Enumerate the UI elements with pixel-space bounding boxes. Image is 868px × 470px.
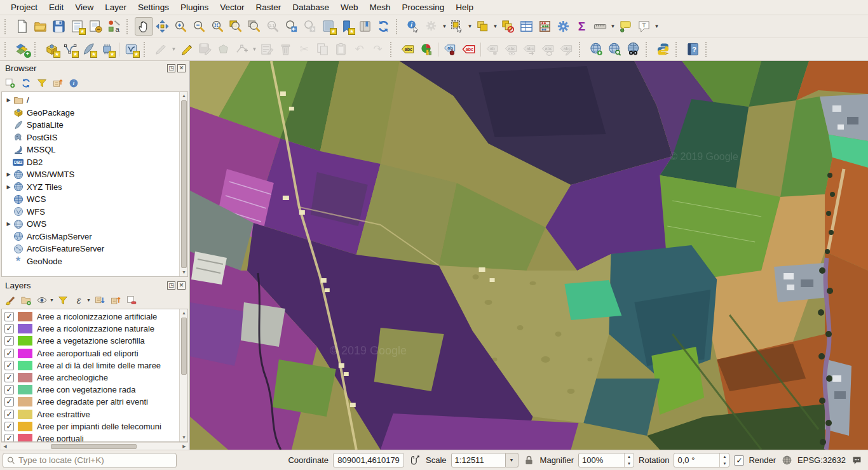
scale-dropdown-icon[interactable]: ▼ — [506, 453, 519, 467]
browser-item-spatialite[interactable]: SpatiaLite — [2, 119, 179, 131]
statistics-button[interactable]: Σ — [573, 17, 591, 36]
delete-selected-button[interactable] — [276, 40, 295, 58]
new-virtual-layer-button[interactable]: ★ — [98, 40, 116, 58]
pin-labels-button[interactable]: ab — [441, 40, 459, 58]
layer-checkbox[interactable]: ✓ — [4, 434, 14, 442]
layer-checkbox[interactable]: ✓ — [4, 397, 14, 406]
copy-features-button[interactable] — [313, 40, 332, 58]
new-print-layout-button[interactable]: ★ — [68, 17, 86, 36]
toolbar-handle[interactable] — [705, 42, 711, 57]
map-tips-button[interactable] — [616, 17, 635, 36]
menu-vector[interactable]: Vector — [214, 1, 250, 13]
scroll-thumb[interactable] — [181, 100, 187, 268]
spin-buttons[interactable]: ▲▼ — [624, 453, 634, 467]
properties-info-button[interactable]: i — [67, 76, 81, 90]
layers-scrollbar-horizontal[interactable]: ◀ ▶ — [1, 442, 188, 450]
layer-checkbox[interactable]: ✓ — [4, 422, 14, 431]
vertex-tool-button[interactable] — [233, 40, 251, 58]
measure-button[interactable] — [591, 17, 609, 36]
scroll-thumb[interactable] — [181, 318, 187, 375]
browser-item-geopackage[interactable]: GeoPackage — [2, 107, 179, 119]
menu-view[interactable]: View — [69, 1, 99, 13]
field-calculator-button[interactable] — [536, 17, 554, 36]
cut-features-button[interactable]: ✂ — [295, 40, 313, 58]
expander-icon[interactable]: ▶ — [4, 221, 13, 227]
rotation-spinbox[interactable]: 0,0 °▲▼ — [674, 453, 729, 467]
open-project-button[interactable] — [31, 17, 50, 36]
style-manager-button[interactable]: a — [105, 17, 123, 36]
scale-value[interactable]: 1:12511 — [451, 453, 506, 467]
filter-legend-button[interactable] — [56, 293, 70, 307]
change-label-button[interactable]: abc — [557, 40, 576, 58]
highlight-pinned-labels-button[interactable]: abc — [459, 40, 478, 58]
layer-row[interactable]: ✓Aree per impianti delle telecomuni — [2, 420, 179, 433]
crs-status[interactable]: EPSG:32632 — [797, 455, 846, 465]
browser-item-wcs[interactable]: WCS — [2, 193, 179, 206]
scroll-up-icon[interactable]: ▲ — [180, 309, 188, 317]
scroll-down-icon[interactable]: ▼ — [180, 269, 188, 276]
expander-icon[interactable]: ▶ — [4, 184, 13, 190]
modify-attributes-button[interactable] — [258, 40, 276, 58]
menu-layer[interactable]: Layer — [99, 1, 132, 13]
scale-combo[interactable]: 1:12511 ▼ — [451, 453, 519, 467]
menu-processing[interactable]: Processing — [397, 1, 451, 13]
menu-plugins[interactable]: Plugins — [175, 1, 214, 13]
browser-scrollbar[interactable]: ▲ ▼ — [179, 92, 187, 276]
show-bookmarks-button[interactable] — [356, 17, 374, 36]
expander-icon[interactable]: ▶ — [4, 171, 13, 177]
measure-dropdown[interactable]: ▼ — [609, 24, 616, 29]
filter-by-expression-button[interactable]: ε — [72, 293, 86, 307]
layer-row[interactable]: ✓Aree aeroportuali ed eliporti — [2, 347, 179, 359]
add-selected-layers-button[interactable] — [3, 76, 17, 90]
move-label-button[interactable]: ab — [484, 40, 502, 58]
menu-database[interactable]: Database — [287, 1, 335, 13]
manage-map-themes-button[interactable] — [35, 293, 49, 307]
undo-button[interactable]: ↶ — [350, 40, 369, 58]
scroll-up-icon[interactable]: ▲ — [180, 92, 188, 100]
menu-help[interactable]: Help — [450, 1, 479, 13]
select-by-value-dropdown[interactable]: ▼ — [492, 24, 499, 29]
toolbar-handle[interactable] — [126, 19, 132, 34]
menu-web[interactable]: Web — [335, 1, 364, 13]
new-temporary-scratch-layer-button[interactable]: ★ — [122, 40, 140, 58]
browser-item-wfs[interactable]: WFS — [2, 206, 179, 218]
zoom-to-selection-button[interactable] — [227, 17, 245, 36]
zoom-full-button[interactable] — [208, 17, 227, 36]
render-checkbox[interactable]: ✓ — [734, 455, 744, 466]
scroll-thumb[interactable] — [51, 444, 137, 449]
toolbar-handle[interactable] — [4, 42, 10, 57]
show-layout-manager-button[interactable] — [86, 17, 105, 36]
save-project-button[interactable] — [50, 17, 68, 36]
new-spatialite-layer-button[interactable]: ★ — [79, 40, 98, 58]
processing-toolbox-button[interactable] — [554, 17, 573, 36]
layer-row[interactable]: ✓Aree a ricolonizzazione naturale — [2, 323, 179, 335]
layer-row[interactable]: ✓Aree a ricolonizzazione artificiale — [2, 311, 179, 323]
feature-action-dropdown[interactable]: ▼ — [441, 24, 448, 29]
toolbar-handle[interactable] — [646, 42, 651, 57]
collapse-all-layers-button[interactable] — [109, 293, 123, 307]
browser-item-ows[interactable]: ▶OWS — [2, 218, 179, 231]
layer-checkbox[interactable]: ✓ — [4, 373, 14, 382]
move-label-diagram-button[interactable]: abc — [520, 40, 539, 58]
layer-checkbox[interactable]: ✓ — [4, 336, 14, 346]
layer-checkbox[interactable]: ✓ — [4, 385, 14, 394]
text-annotation-button[interactable]: T — [635, 17, 653, 36]
new-bookmark-button[interactable]: ★ — [337, 17, 356, 36]
zoom-next-button[interactable] — [301, 17, 319, 36]
browser-item-postgis[interactable]: PostGIS — [2, 131, 179, 144]
layer-checkbox[interactable]: ✓ — [4, 410, 14, 419]
crs-globe-icon[interactable] — [780, 454, 793, 467]
redo-button[interactable]: ↷ — [369, 40, 387, 58]
identify-features-button[interactable]: i — [404, 17, 423, 36]
layers-scrollbar-vertical[interactable]: ▲ ▼ — [179, 309, 187, 441]
filter-browser-button[interactable] — [35, 76, 49, 90]
menu-settings[interactable]: Settings — [132, 1, 175, 13]
toolbar-handle[interactable] — [144, 42, 149, 57]
spin-buttons[interactable]: ▲▼ — [719, 453, 729, 467]
new-project-button[interactable] — [13, 17, 31, 36]
new-map-view-button[interactable]: ★ — [319, 17, 337, 36]
rotate-label-button[interactable]: abc — [539, 40, 557, 58]
layer-row[interactable]: ✓Aree degradate per altri eventi — [2, 396, 179, 408]
open-attribute-table-button[interactable] — [517, 17, 536, 36]
toolbar-handle[interactable] — [396, 19, 402, 34]
